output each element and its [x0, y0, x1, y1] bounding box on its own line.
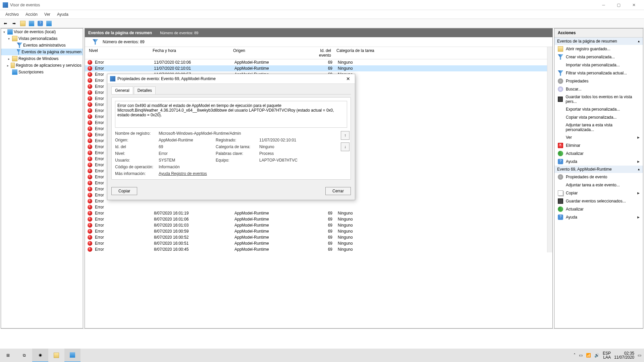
action-item[interactable]: Ayuda▶ [554, 158, 643, 166]
tree-vistas-label: Vistas personalizadas [18, 36, 58, 41]
dialog-close-button[interactable]: ✕ [344, 76, 352, 81]
action-item[interactable]: Eliminar [554, 141, 643, 149]
error-icon [88, 175, 92, 179]
tray-clock[interactable]: 02:35 11/07/2020 [614, 351, 634, 359]
action-item[interactable]: Filtrar vista personalizada actual... [554, 69, 643, 77]
event-row[interactable]: Error 8/07/2020 16:00:51 AppModel-Runtim… [85, 240, 547, 246]
close-dialog-button[interactable]: Cerrar [325, 187, 351, 195]
action-item[interactable]: Copiar▶ [554, 189, 643, 197]
action-item[interactable]: Propiedades de evento [554, 173, 643, 181]
error-icon [88, 187, 92, 191]
event-help-link[interactable]: Ayuda Registro de eventos [159, 171, 313, 176]
tree-registros-win[interactable]: ▸ Registros de Windows [1, 55, 83, 62]
close-button[interactable]: ✕ [626, 0, 641, 10]
event-row[interactable]: Error 11/07/2020 02:10:01 AppModel-Runti… [85, 65, 547, 71]
error-icon [88, 120, 92, 125]
taskbar-eventviewer[interactable] [64, 349, 80, 362]
tree-registros-apps[interactable]: ▸ Registros de aplicaciones y servicios [1, 62, 83, 69]
col-nivel[interactable]: Nivel [88, 48, 151, 58]
event-row[interactable]: Error 8/07/2020 16:01:06 AppModel-Runtim… [85, 216, 547, 222]
col-id[interactable]: Id. del evento [306, 48, 332, 58]
action-item[interactable]: Exportar vista personalizada... [554, 105, 643, 113]
action-icon [558, 115, 563, 120]
action-item[interactable]: Actualizar [554, 205, 643, 213]
error-icon [88, 126, 92, 131]
navigation-tree[interactable]: ▾ Visor de eventos (local) ▾ Vistas pers… [1, 28, 83, 328]
tree-eventos-resumen[interactable]: Eventos de la página de resumen [1, 49, 83, 55]
error-icon [88, 181, 92, 185]
action-item[interactable]: Adjuntar tarea a este evento... [554, 181, 643, 189]
tab-detalles[interactable]: Detalles [134, 86, 156, 94]
forward-button[interactable]: ➡ [10, 19, 18, 27]
tab-general[interactable]: General [111, 86, 133, 94]
action-item[interactable]: Guardar eventos seleccionados... [554, 197, 643, 205]
action-icon [558, 174, 563, 180]
tray-lang[interactable]: ESP LAA [603, 351, 611, 359]
tree-suscripciones[interactable]: Suscripciones [1, 69, 83, 75]
system-tray[interactable]: ˄ ▭ 📶 🔊 ESP LAA 02:35 11/07/2020 ▭ [574, 351, 644, 359]
col-cat[interactable]: Categoría de la tarea [335, 48, 385, 58]
error-icon [88, 211, 92, 216]
action-item[interactable]: Abrir registro guardado... [554, 45, 643, 53]
prev-event-button[interactable]: ↑ [341, 131, 350, 140]
col-fecha[interactable]: Fecha y hora [151, 48, 232, 58]
event-description[interactable]: Error con 0x490 al modificar el estado d… [115, 101, 347, 128]
actions-section-2[interactable]: Evento 69, AppModel-Runtime▲ [554, 166, 643, 173]
action-item[interactable]: Importar vista personalizada... [554, 61, 643, 69]
action-item[interactable]: Ayuda▶ [554, 213, 643, 221]
action-icon [558, 190, 563, 196]
menu-accion[interactable]: Acción [22, 11, 41, 18]
tray-network-icon[interactable]: 📶 [586, 353, 591, 358]
menu-ver[interactable]: Ver [41, 11, 54, 18]
dialog-titlebar: Propiedades de evento: Evento 69, AppMod… [107, 74, 355, 84]
start-button[interactable]: ⊞ [0, 349, 16, 362]
action-item[interactable]: Guardar todos los eventos en la vista pe… [554, 93, 643, 105]
column-headers[interactable]: Nivel Fecha y hora Origen Id. del evento… [85, 47, 547, 59]
tray-volume-icon[interactable]: 🔊 [594, 353, 599, 358]
event-row[interactable]: Error 8/07/2020 16:01:19 AppModel-Runtim… [85, 210, 547, 216]
event-row[interactable]: Error [85, 204, 547, 210]
tree-eventos-admin[interactable]: Eventos administrativos [1, 42, 83, 49]
tree-root[interactable]: ▾ Visor de eventos (local) [1, 28, 83, 35]
action-item[interactable]: Copiar vista personalizada... [554, 113, 643, 121]
menu-archivo[interactable]: Archivo [2, 11, 22, 18]
taskbar-explorer[interactable] [48, 349, 64, 362]
action-item[interactable]: Adjuntar tarea a esta vista personalizad… [554, 121, 643, 133]
next-event-button[interactable]: ↓ [341, 142, 350, 151]
tree-registros-apps-label: Registros de aplicaciones y servicios [16, 63, 82, 68]
action-icon [558, 78, 563, 84]
minimize-button[interactable]: ─ [596, 0, 611, 10]
event-row[interactable]: Error 8/07/2020 16:00:52 AppModel-Runtim… [85, 234, 547, 240]
toolbar-help-icon[interactable] [36, 19, 44, 27]
error-icon [88, 157, 92, 161]
copy-button[interactable]: Copiar [111, 187, 137, 195]
event-row[interactable]: Error 8/07/2020 16:01:03 AppModel-Runtim… [85, 222, 547, 228]
toolbar-icon-3[interactable] [45, 19, 53, 27]
event-row[interactable]: Error 11/07/2020 02:10:06 AppModel-Runti… [85, 59, 547, 65]
taskbar-chrome[interactable]: ◉ [32, 349, 48, 362]
error-icon [88, 199, 92, 203]
action-icon [558, 198, 563, 204]
col-origen[interactable]: Origen [232, 48, 306, 58]
tray-battery-icon[interactable]: ▭ [579, 353, 583, 358]
action-item[interactable]: Propiedades [554, 77, 643, 85]
error-icon [88, 78, 92, 83]
menu-ayuda[interactable]: Ayuda [54, 11, 72, 18]
action-item[interactable]: Buscar... [554, 85, 643, 93]
events-scrollbar[interactable] [547, 47, 552, 252]
toolbar-icon-2[interactable] [28, 19, 36, 27]
actions-section-1[interactable]: Eventos de la página de resumen▲ [554, 38, 643, 45]
action-item[interactable]: Crear vista personalizada... [554, 53, 643, 61]
event-row[interactable]: Error 8/07/2020 16:00:45 AppModel-Runtim… [85, 246, 547, 252]
event-row[interactable]: Error 8/07/2020 16:00:59 AppModel-Runtim… [85, 228, 547, 234]
tray-notifications-icon[interactable]: ▭ [638, 353, 641, 358]
action-item[interactable]: Actualizar [554, 149, 643, 158]
action-item[interactable]: Ver▶ [554, 133, 643, 141]
tray-chevron-icon[interactable]: ˄ [574, 353, 576, 358]
task-view-button[interactable]: ⧉ [16, 349, 32, 362]
maximize-button[interactable]: ▢ [611, 0, 626, 10]
toolbar-icon-1[interactable] [19, 19, 27, 27]
back-button[interactable]: ⬅ [1, 19, 9, 27]
event-properties-grid: Nombre de registro: Microsoft-Windows-Ap… [115, 131, 347, 176]
tree-vistas[interactable]: ▾ Vistas personalizadas [1, 35, 83, 42]
